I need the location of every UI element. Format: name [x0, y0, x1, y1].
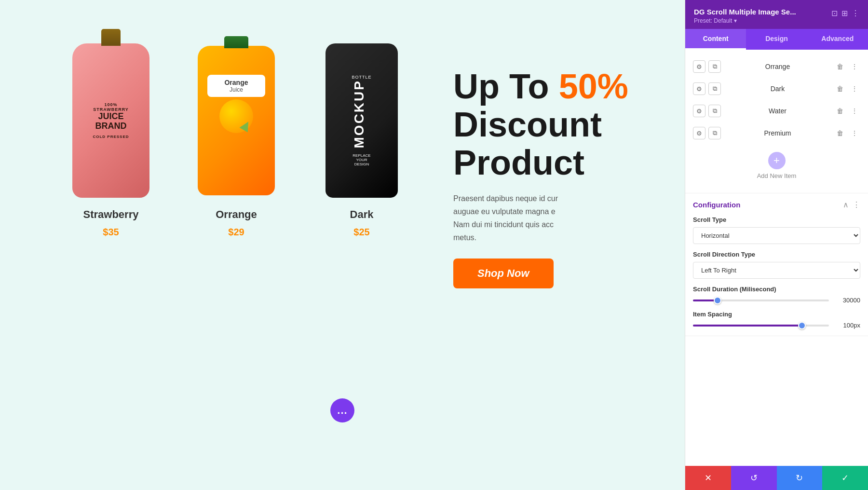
- list-item-premium[interactable]: ⚙ ⧉ Premium 🗑 ⋮: [685, 122, 868, 144]
- scroll-duration-thumb[interactable]: [714, 297, 721, 304]
- item-spacing-slider-row: 100px: [693, 322, 860, 329]
- cancel-icon: ✕: [705, 473, 712, 483]
- confirm-button[interactable]: ✓: [822, 466, 868, 490]
- panel-preset-label[interactable]: Preset: Default ▾: [694, 17, 796, 24]
- bottle-top-text: 100%STRAWBERRY: [93, 102, 129, 112]
- scroll-direction-label: Scroll Direction Type: [693, 251, 860, 258]
- canvas-area: 100%STRAWBERRY JUICEBRAND COLD PRESSED S…: [0, 0, 685, 490]
- duplicate-icon-orrange[interactable]: ⧉: [708, 60, 721, 73]
- config-title: Configuration: [693, 201, 740, 209]
- settings-icon-water[interactable]: ⚙: [693, 105, 705, 117]
- product-name-orange: Orrange: [216, 208, 257, 221]
- product-price-strawberry: $35: [103, 227, 119, 238]
- headline-part1: Up To: [453, 67, 549, 106]
- duplicate-icon-water[interactable]: ⧉: [708, 105, 721, 117]
- orange-fruit-icon: [219, 99, 253, 133]
- product-image-dark: BOTTLE MOCKUP REPLACEYOURDESIGN: [309, 39, 415, 203]
- item-actions-dark: 🗑 ⋮: [834, 83, 860, 95]
- headline-highlight: 50%: [559, 67, 628, 106]
- add-new-item-area[interactable]: + Add New Item: [685, 144, 868, 187]
- bottle-dark-label: BOTTLE MOCKUP REPLACEYOURDESIGN: [352, 75, 371, 166]
- product-price-orange: $29: [228, 227, 244, 238]
- scroll-duration-slider-row: 30000: [693, 297, 860, 304]
- settings-icon-premium[interactable]: ⚙: [693, 127, 705, 139]
- panel-header-actions: ⊡ ⊞ ⋮: [831, 9, 859, 18]
- item-icons-premium: ⚙ ⧉: [693, 127, 721, 139]
- redo-icon: ↻: [796, 473, 803, 483]
- scroll-type-label: Scroll Type: [693, 216, 860, 223]
- delete-icon-premium[interactable]: 🗑: [834, 127, 846, 139]
- tab-content[interactable]: Content: [685, 29, 746, 50]
- list-item-dark[interactable]: ⚙ ⧉ Dark 🗑 ⋮: [685, 78, 868, 100]
- delete-icon-orrange[interactable]: 🗑: [834, 61, 846, 72]
- layout-icon[interactable]: ⊞: [841, 9, 848, 18]
- copy-icon[interactable]: ⊡: [831, 9, 838, 18]
- panel-title-text: DG Scroll Multiple Image Se...: [694, 8, 796, 16]
- mockup-replace-text: REPLACEYOURDESIGN: [352, 153, 371, 166]
- more-vert-icon[interactable]: ⋮: [852, 9, 859, 18]
- more-icon-orrange[interactable]: ⋮: [849, 61, 860, 72]
- bottle-strawberry: 100%STRAWBERRY JUICEBRAND COLD PRESSED: [72, 43, 149, 198]
- scroll-duration-track[interactable]: [693, 299, 829, 301]
- floating-menu-button[interactable]: ...: [330, 398, 354, 422]
- oj-title: Orange: [211, 79, 261, 86]
- bottle-brand-text: JUICEBRAND: [93, 112, 129, 131]
- scroll-type-select[interactable]: Horizontal Vertical: [693, 227, 860, 244]
- oj-subtitle: Juice: [211, 86, 261, 93]
- bottle-orange-label: Orange Juice: [207, 75, 265, 97]
- scroll-duration-label: Scroll Duration (Milisecond): [693, 286, 860, 293]
- tab-advanced[interactable]: Advanced: [807, 29, 868, 50]
- product-price-dark: $25: [353, 227, 369, 238]
- item-actions-water: 🗑 ⋮: [834, 105, 860, 117]
- confirm-icon: ✓: [841, 473, 849, 483]
- duplicate-icon-premium[interactable]: ⧉: [708, 127, 721, 139]
- scroll-direction-select[interactable]: Left To Right Right To Left: [693, 262, 860, 279]
- item-name-dark: Dark: [726, 85, 829, 93]
- shop-now-button[interactable]: Shop Now: [453, 259, 554, 288]
- item-name-water: Water: [726, 107, 829, 115]
- hero-headline: Up To 50% Discount Product: [453, 68, 637, 182]
- item-actions-premium: 🗑 ⋮: [834, 127, 860, 139]
- add-item-label: Add New Item: [757, 172, 797, 179]
- more-icon-premium[interactable]: ⋮: [849, 127, 860, 139]
- config-more-icon[interactable]: ⋮: [853, 200, 860, 209]
- delete-icon-water[interactable]: 🗑: [834, 105, 846, 117]
- redo-button[interactable]: ↻: [777, 466, 823, 490]
- settings-icon-orrange[interactable]: ⚙: [693, 60, 705, 73]
- bottle-label-strawberry: 100%STRAWBERRY JUICEBRAND COLD PRESSED: [88, 97, 134, 144]
- mockup-sub-top: BOTTLE: [352, 75, 371, 80]
- configuration-section: Configuration ∧ ⋮ Scroll Type Horizontal…: [685, 193, 868, 336]
- bottom-toolbar: ✕ ↺ ↻ ✓: [685, 466, 868, 490]
- headline-part4: Product: [453, 143, 584, 182]
- undo-button[interactable]: ↺: [731, 466, 777, 490]
- bottle-sub-text: COLD PRESSED: [93, 135, 129, 139]
- item-spacing-thumb[interactable]: [798, 322, 806, 329]
- cancel-button[interactable]: ✕: [685, 466, 731, 490]
- panel-header-row: DG Scroll Multiple Image Se... Preset: D…: [694, 8, 859, 24]
- list-item-orrange[interactable]: ⚙ ⧉ Orrange 🗑 ⋮: [685, 55, 868, 78]
- item-spacing-track[interactable]: [693, 325, 829, 327]
- panel-tabs: Content Design Advanced: [685, 29, 868, 50]
- panel-title: DG Scroll Multiple Image Se... Preset: D…: [694, 8, 796, 24]
- item-actions-orrange: 🗑 ⋮: [834, 61, 860, 72]
- tab-design[interactable]: Design: [746, 29, 807, 50]
- list-item-water[interactable]: ⚙ ⧉ Water 🗑 ⋮: [685, 100, 868, 122]
- settings-icon-dark[interactable]: ⚙: [693, 82, 705, 95]
- headline-part3: Discount: [453, 105, 602, 144]
- more-icon-water[interactable]: ⋮: [849, 105, 860, 117]
- duplicate-icon-dark[interactable]: ⧉: [708, 82, 721, 95]
- scroll-duration-value: 30000: [834, 297, 860, 304]
- items-list: ⚙ ⧉ Orrange 🗑 ⋮ ⚙ ⧉ Dark 🗑 ⋮ ⚙: [685, 50, 868, 193]
- hero-text-area: Up To 50% Discount Product Praesent dapi…: [434, 39, 656, 317]
- panel-header: DG Scroll Multiple Image Se... Preset: D…: [685, 0, 868, 29]
- more-icon-dark[interactable]: ⋮: [849, 83, 860, 95]
- config-header-icons: ∧ ⋮: [843, 200, 860, 209]
- right-panel: DG Scroll Multiple Image Se... Preset: D…: [685, 0, 868, 490]
- product-card-strawberry: 100%STRAWBERRY JUICEBRAND COLD PRESSED S…: [58, 39, 164, 238]
- add-item-button[interactable]: +: [768, 152, 786, 169]
- delete-icon-dark[interactable]: 🗑: [834, 83, 846, 95]
- config-collapse-icon[interactable]: ∧: [843, 200, 849, 209]
- item-spacing-label: Item Spacing: [693, 311, 860, 318]
- item-name-premium: Premium: [726, 129, 829, 137]
- item-icons-dark: ⚙ ⧉: [693, 82, 721, 95]
